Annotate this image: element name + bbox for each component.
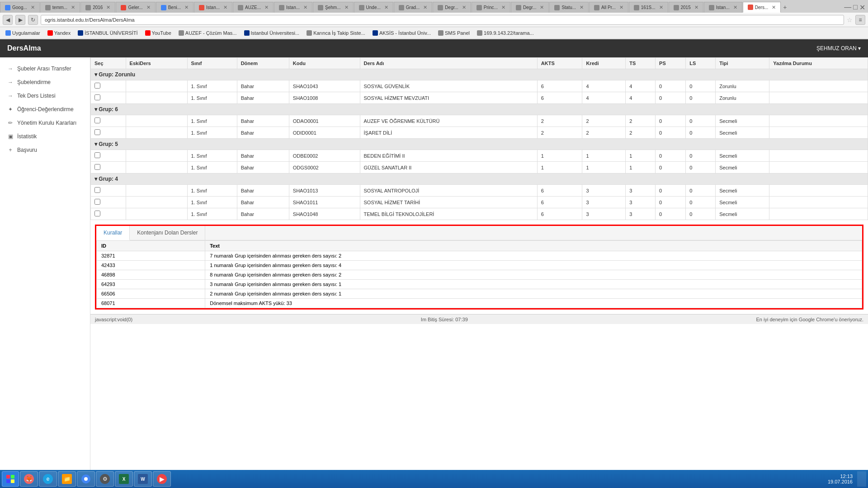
tab-close[interactable]: ✕ — [31, 5, 35, 10]
taskbar-word[interactable]: W — [134, 471, 152, 487]
tab-7[interactable]: AUZE... ✕ — [233, 2, 274, 13]
maximize-button[interactable]: □ — [853, 3, 858, 12]
sidebar-item-basvuru[interactable]: + Başvuru — [0, 143, 90, 157]
taskbar-settings[interactable]: ⚙ — [96, 471, 114, 487]
menu-button[interactable]: ≡ — [855, 15, 865, 25]
taskbar-folder[interactable]: 📁 — [58, 471, 76, 487]
start-button[interactable] — [2, 471, 19, 487]
taskbar-excel[interactable]: X — [115, 471, 133, 487]
tab-16[interactable]: All Pr... ✕ — [589, 2, 628, 13]
bookmark-youtube[interactable]: YouTube — [142, 29, 174, 37]
tab-close[interactable]: ✕ — [462, 5, 466, 10]
address-input[interactable] — [41, 15, 844, 25]
tab-6[interactable]: İstan... ✕ — [194, 2, 232, 13]
tab-3[interactable]: 2016 ✕ — [80, 2, 115, 13]
tab-dersalma[interactable]: Ders... ✕ — [743, 2, 781, 13]
checkbox-cell[interactable] — [91, 150, 126, 162]
taskbar-media[interactable]: ▶ — [153, 471, 171, 487]
checkbox-cell[interactable] — [91, 127, 126, 139]
row-checkbox[interactable] — [94, 129, 100, 135]
tab-5[interactable]: Beni... ✕ — [156, 2, 193, 13]
tab-close[interactable]: ✕ — [223, 5, 227, 10]
row-checkbox[interactable] — [94, 117, 100, 123]
tab-close[interactable]: ✕ — [659, 5, 663, 10]
taskbar-ie[interactable]: e — [39, 471, 57, 487]
new-tab-button[interactable]: + — [781, 2, 788, 13]
checkbox-cell[interactable] — [91, 197, 126, 208]
bookmark-auzef[interactable]: AUZEF - Çözüm Mas... — [176, 29, 240, 37]
row-checkbox[interactable] — [94, 211, 100, 216]
tab-close[interactable]: ✕ — [423, 5, 427, 10]
checkbox-cell[interactable] — [91, 80, 126, 92]
tab-close[interactable]: ✕ — [146, 5, 151, 10]
row-checkbox[interactable] — [94, 94, 100, 100]
user-menu[interactable]: ŞEHMUZ ORAN ▾ — [816, 45, 861, 52]
sidebar-item-subeler-arasi[interactable]: → Şubeler Arası Transfer — [0, 62, 90, 75]
forward-button[interactable]: ▶ — [15, 15, 25, 25]
tab-close[interactable]: ✕ — [344, 5, 349, 10]
tab-close[interactable]: ✕ — [184, 5, 189, 10]
checkbox-cell[interactable] — [91, 185, 126, 197]
tab-close[interactable]: ✕ — [501, 5, 505, 10]
sidebar-item-subelendirme[interactable]: → Şubelendirme — [0, 75, 90, 89]
tab-close[interactable]: ✕ — [772, 5, 776, 10]
sidebar-item-tek-ders[interactable]: → Tek Ders Listesi — [0, 89, 90, 103]
sidebar-item-yonetim[interactable]: ✏ Yönetim Kurulu Kararları — [0, 116, 90, 130]
app-container: → Şubeler Arası Transfer → Şubelendirme … — [0, 57, 868, 488]
sidebar-item-ogrenci[interactable]: ✦ Öğrenci-Değerlendirme — [0, 103, 90, 116]
sidebar-item-istatistik[interactable]: ▣ İstatistik — [0, 130, 90, 143]
close-button[interactable]: ✕ — [859, 3, 865, 12]
tab-close[interactable]: ✕ — [264, 5, 269, 10]
checkbox-cell[interactable] — [91, 208, 126, 220]
reload-button[interactable]: ↻ — [28, 15, 38, 25]
tab-close[interactable]: ✕ — [733, 5, 737, 10]
checkbox-cell[interactable] — [91, 92, 126, 104]
tab-close[interactable]: ✕ — [619, 5, 623, 10]
show-desktop-button[interactable] — [857, 471, 866, 487]
tab-19[interactable]: İstan... ✕ — [704, 2, 742, 13]
tab-kurallar[interactable]: Kurallar — [96, 226, 130, 240]
row-checkbox[interactable] — [94, 83, 100, 89]
taskbar-chrome[interactable] — [77, 471, 95, 487]
bookmark-iu[interactable]: Istanbul Üniversitesi... — [241, 29, 302, 37]
tab-close[interactable]: ✕ — [580, 5, 584, 10]
row-checkbox[interactable] — [94, 164, 100, 170]
bookmark-ip[interactable]: 169.9.143.22/tarama... — [474, 29, 537, 37]
tab-9[interactable]: Şehm... ✕ — [313, 2, 353, 13]
taskbar-firefox[interactable]: 🦊 — [20, 471, 38, 487]
bookmark-karinca[interactable]: Karınca İş Takip Siste... — [304, 29, 368, 37]
tab-close[interactable]: ✕ — [540, 5, 544, 10]
minimize-button[interactable]: — — [844, 3, 851, 12]
tab-close[interactable]: ✕ — [71, 5, 75, 10]
checkbox-cell[interactable] — [91, 162, 126, 174]
tab-14[interactable]: Degr... ✕ — [511, 2, 549, 13]
tab-close[interactable]: ✕ — [694, 5, 698, 10]
row-checkbox[interactable] — [94, 199, 100, 205]
tab-11[interactable]: Grad... ✕ — [394, 2, 433, 13]
tab-17[interactable]: 161S... ✕ — [629, 2, 668, 13]
tab-close[interactable]: ✕ — [106, 5, 110, 10]
tab-15[interactable]: Statu... ✕ — [549, 2, 589, 13]
tab-8[interactable]: İstan... ✕ — [274, 2, 312, 13]
bookmark-istanbul[interactable]: İSTANBUL ÜNİVERSİTİ — [75, 29, 140, 37]
bookmark-apps[interactable]: Uygulamalar — [3, 29, 43, 37]
tab-2[interactable]: temm... ✕ — [40, 2, 80, 13]
tab-10[interactable]: Unde... ✕ — [354, 2, 393, 13]
back-button[interactable]: ◀ — [3, 15, 13, 25]
tab-prince[interactable]: Princ... ✕ — [472, 2, 510, 13]
row-checkbox[interactable] — [94, 152, 100, 158]
tab-label: 2015 — [681, 5, 691, 10]
bookmark-star-icon[interactable]: ☆ — [847, 16, 853, 23]
bookmark-aksis[interactable]: AKSİS - İstanbul Üniv... — [370, 29, 434, 37]
tab-close[interactable]: ✕ — [384, 5, 388, 10]
checkbox-cell[interactable] — [91, 115, 126, 127]
row-checkbox[interactable] — [94, 187, 100, 193]
bookmark-sms[interactable]: SMS Panel — [435, 29, 472, 37]
tab-google[interactable]: Goog... ✕ — [0, 2, 40, 13]
tab-4[interactable]: Geler... ✕ — [116, 2, 155, 13]
tab-18[interactable]: 2015 ✕ — [669, 2, 703, 13]
tab-kontenjan[interactable]: Kontenjanı Dolan Dersler — [130, 226, 205, 240]
tab-12[interactable]: Degr... ✕ — [433, 2, 471, 13]
bookmark-yandex[interactable]: Yandex — [45, 29, 74, 37]
tab-close[interactable]: ✕ — [303, 5, 307, 10]
